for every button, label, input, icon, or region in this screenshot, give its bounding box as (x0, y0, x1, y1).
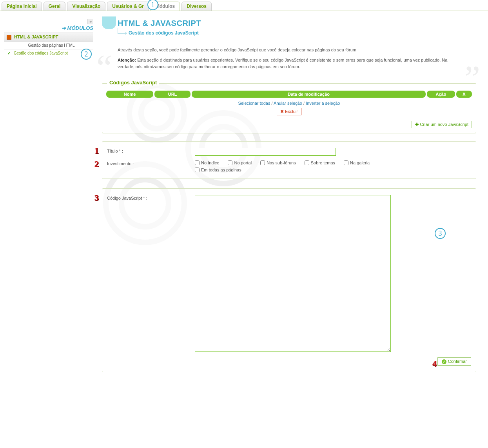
create-js-button[interactable]: Criar um novo JavaScript (412, 121, 472, 128)
chk-temas-box[interactable] (305, 160, 309, 165)
code-label: Código JavaScript * : (107, 195, 195, 200)
sidebar-item-html[interactable]: Gestão das páginas HTML (4, 42, 93, 49)
invert-selection-link[interactable]: Inverter a seleção (306, 101, 340, 106)
table-selection-actions: Selecionar todas / Anular seleção / Inve… (106, 101, 472, 106)
placement-checkboxes: No índice No portal Nos sub-fóruns Sobre… (195, 160, 471, 172)
confirm-button[interactable]: Confirmar (437, 357, 471, 366)
sidebar-category-label: HTML & JAVASCRIPT (14, 35, 58, 39)
tab-usuarios[interactable]: Usuários & Gr (107, 2, 149, 11)
chk-galeria-label: Na galeria (350, 160, 370, 165)
chk-subforum-box[interactable] (260, 160, 265, 165)
select-all-link[interactable]: Selecionar todas (238, 101, 270, 106)
titulo-label: Título * : (107, 148, 195, 153)
red-step-2: 2 (94, 159, 99, 169)
tab-home[interactable]: Página inicial (2, 2, 42, 11)
red-step-3: 3 (94, 193, 99, 203)
tab-geral[interactable]: Geral (44, 2, 66, 11)
deselect-link[interactable]: Anular seleção (274, 101, 302, 106)
step-badge-2: 2 (81, 49, 92, 60)
titulo-input[interactable] (195, 148, 336, 156)
chk-indice-label: No índice (201, 160, 219, 165)
sidebar-item-js[interactable]: Gestão dos códigos JavaScript (4, 49, 93, 57)
chk-temas[interactable]: Sobre temas (305, 160, 335, 165)
chk-portal[interactable]: No portal (228, 160, 252, 165)
chk-todas[interactable]: Em todas as páginas (195, 168, 471, 172)
js-codes-panel: 3 Códigos JavaScript Nome URL Data de mo… (102, 83, 476, 133)
chk-subforum[interactable]: Nos sub-fóruns (260, 160, 296, 165)
col-nome: Nome (106, 91, 153, 98)
sidebar: ◂ ➜ MÓDULOS HTML & JAVASCRIPT Gestão das… (4, 15, 98, 390)
document-icon (7, 35, 11, 40)
chk-temas-label: Sobre temas (311, 160, 335, 165)
sidebar-category[interactable]: HTML & JAVASCRIPT (4, 33, 93, 42)
chk-todas-box[interactable] (195, 168, 200, 172)
red-step-4: 4 (432, 359, 437, 369)
sidebar-back-icon[interactable]: ◂ (87, 19, 93, 24)
sidebar-header: MÓDULOS (67, 25, 93, 31)
page-header: HTML & JAVASCRIPT Gestão dos códigos Jav… (102, 19, 476, 36)
attention-label: Atenção: (118, 58, 136, 62)
chk-indice-box[interactable] (195, 160, 200, 165)
chk-subforum-label: Nos sub-fóruns (267, 160, 296, 165)
step-badge-3: 3 (435, 228, 446, 239)
chk-galeria-box[interactable] (344, 160, 348, 165)
table-header: Nome URL Data de modificação Ação X (106, 91, 472, 98)
col-url: URL (154, 91, 190, 98)
form-panel-2: 3 4 Código JavaScript * : Confirmar (102, 188, 476, 372)
col-x: X (456, 91, 472, 98)
intro-text: “ Através desta seção, você pode facilme… (102, 45, 476, 75)
page-title: HTML & JAVASCRIPT (111, 19, 476, 28)
main-content: HTML & JAVASCRIPT Gestão dos códigos Jav… (98, 15, 484, 390)
col-acao: Ação (427, 91, 455, 98)
intro-line-2: Atenção: Esta seção é destinada para usu… (118, 57, 461, 71)
col-data: Data de modificação (192, 91, 426, 98)
form-panel-1: 1 2 Título * : Investimento : No índice … (102, 141, 476, 179)
investimento-label: Investimento : (107, 160, 195, 166)
quote-open-icon: “ (96, 58, 112, 76)
tab-diversos[interactable]: Diversos (181, 2, 212, 11)
chk-indice[interactable]: No índice (195, 160, 219, 165)
chk-todas-label: Em todas as páginas (201, 168, 241, 172)
chk-portal-label: No portal (234, 160, 252, 165)
red-step-1: 1 (94, 146, 99, 156)
chk-galeria[interactable]: Na galeria (344, 160, 370, 165)
code-textarea[interactable] (195, 195, 391, 352)
intro-line-1: Através desta seção, você pode facilment… (118, 47, 461, 54)
panel-title: Códigos JavaScript (107, 80, 159, 86)
page-subtitle: Gestão dos códigos JavaScript (111, 30, 476, 36)
intro-line-2-text: Esta seção é destinada para usuários exp… (118, 58, 447, 69)
tab-visualizacao[interactable]: Visualização (67, 2, 105, 11)
main-tabs: Página inicial Geral Visualização Usuári… (0, 0, 488, 11)
chk-portal-box[interactable] (228, 160, 232, 165)
arrow-icon: ➜ (62, 25, 66, 31)
delete-button[interactable]: Excluir (277, 108, 301, 115)
